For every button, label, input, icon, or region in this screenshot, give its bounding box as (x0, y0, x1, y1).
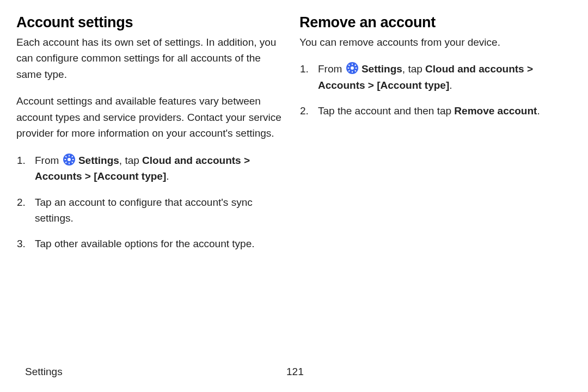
heading-account-settings: Account settings (16, 14, 283, 31)
list-item: Tap an account to configure that account… (28, 194, 283, 226)
text: From (35, 155, 62, 166)
svg-rect-12 (352, 64, 353, 65)
svg-rect-2 (69, 155, 70, 156)
steps-list: From Settings, tap Cloud and accounts > … (299, 61, 566, 119)
text: Tap the account and then tap (318, 105, 454, 117)
bold-text: Settings (362, 63, 402, 75)
footer-section-name: Settings (25, 366, 286, 378)
manual-page: Account settings Each account has its ow… (0, 0, 588, 392)
settings-gear-icon (346, 62, 358, 74)
text: . (166, 170, 169, 182)
steps-list: From Settings, tap Cloud and accounts > … (16, 152, 283, 252)
bold-text: Cloud and accounts (425, 63, 524, 75)
svg-rect-15 (355, 68, 357, 69)
content-columns: Account settings Each account has its ow… (16, 11, 566, 262)
bold-text: > (365, 79, 377, 91)
list-item: From Settings, tap Cloud and accounts > … (311, 61, 566, 93)
bold-text: > (241, 155, 250, 166)
bold-text: > (82, 170, 94, 182)
left-column: Account settings Each account has its ow… (16, 11, 283, 262)
bold-text: Accounts (35, 170, 82, 182)
text: . (537, 105, 540, 117)
footer-page-number: 121 (286, 366, 304, 378)
text: , tap (402, 63, 425, 75)
page-footer: Settings 121 (16, 366, 566, 381)
bold-text: Remove account (454, 105, 537, 117)
svg-rect-13 (352, 71, 353, 73)
heading-remove-account: Remove an account (299, 14, 566, 31)
list-item: From Settings, tap Cloud and accounts > … (28, 152, 283, 185)
text: , tap (119, 155, 142, 166)
paragraph: Account settings and available features … (16, 93, 283, 141)
text: . (449, 79, 452, 91)
bold-text: Accounts (318, 79, 365, 91)
bold-text: > (524, 63, 533, 75)
list-item: Tap other available options for the acco… (28, 236, 283, 252)
settings-gear-icon (63, 154, 75, 166)
paragraph: Each account has its own set of settings… (16, 34, 283, 82)
svg-rect-3 (69, 162, 70, 164)
svg-point-11 (351, 67, 354, 70)
bold-text: Settings (78, 155, 119, 166)
list-item: Tap the account and then tap Remove acco… (311, 103, 566, 119)
text: From (318, 63, 345, 75)
bold-text: [Account type] (377, 79, 449, 91)
bold-text: [Account type] (94, 170, 166, 182)
right-column: Remove an account You can remove account… (299, 11, 566, 262)
svg-rect-14 (347, 68, 349, 69)
svg-rect-4 (64, 159, 66, 160)
paragraph: You can remove accounts from your device… (299, 34, 566, 50)
svg-point-1 (68, 158, 71, 161)
svg-rect-5 (72, 159, 74, 160)
bold-text: Cloud and accounts (142, 155, 241, 166)
